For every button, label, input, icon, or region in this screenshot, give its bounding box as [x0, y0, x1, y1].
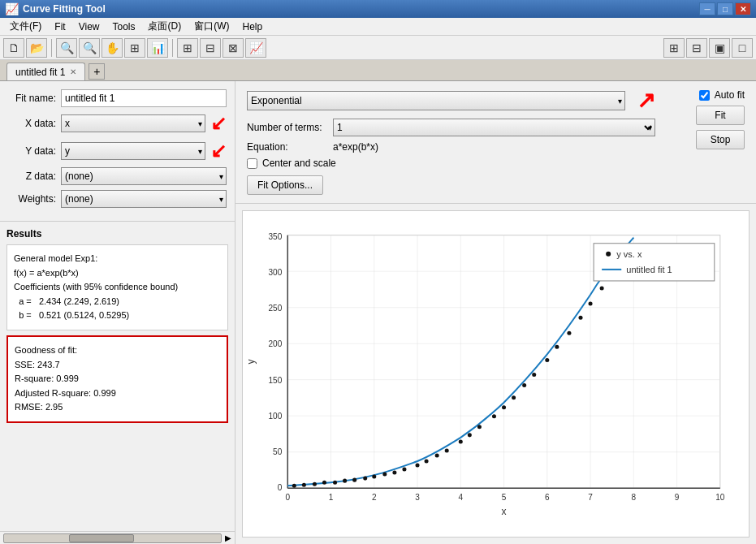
maximize-button[interactable]: □	[717, 2, 733, 15]
select-btn[interactable]: ⊞	[124, 38, 145, 58]
tab-untitled-fit-1[interactable]: untitled fit 1 ✕	[6, 63, 85, 80]
grid2-btn[interactable]: ⊟	[200, 38, 221, 58]
centerscale-checkbox[interactable]	[247, 158, 257, 169]
svg-text:0: 0	[278, 483, 283, 492]
svg-text:300: 300	[268, 268, 282, 277]
menu-desktop[interactable]: 桌面(D)	[141, 18, 188, 35]
scroll-right-btn[interactable]: ▶	[225, 533, 231, 542]
layout3-btn[interactable]: ▣	[709, 38, 730, 58]
svg-text:7: 7	[588, 493, 593, 502]
grid-btn[interactable]: ⊞	[177, 38, 198, 58]
equation-label: Equation:	[247, 141, 328, 153]
stop-button[interactable]: Stop	[696, 130, 745, 149]
layout2-btn[interactable]: ⊟	[686, 38, 707, 58]
fitname-input[interactable]	[61, 89, 227, 107]
svg-point-51	[402, 468, 406, 472]
svg-text:8: 8	[632, 493, 637, 502]
coef-a: a = 2.434 (2.249, 2.619)	[14, 295, 221, 309]
model-line1: General model Exp1:	[14, 252, 221, 266]
svg-text:6: 6	[545, 493, 550, 502]
open-btn[interactable]: 📂	[26, 38, 47, 58]
pan-btn[interactable]: ✋	[102, 38, 123, 58]
chart-area[interactable]: 0 50 100 150 200 250 300 350 0 1 2 3 4 5…	[242, 210, 750, 538]
svg-text:x: x	[502, 506, 507, 517]
menu-window[interactable]: 窗口(W)	[188, 18, 235, 35]
fitname-label: Fit name:	[8, 93, 61, 104]
tabs-bar: untitled fit 1 ✕ +	[0, 60, 756, 81]
tab-close-btn[interactable]: ✕	[70, 67, 76, 76]
svg-text:1: 1	[329, 493, 334, 502]
results-box: General model Exp1: f(x) = a*exp(b*x) Co…	[6, 244, 228, 330]
xdata-row: X data: x ↙	[8, 112, 227, 135]
menu-view[interactable]: View	[72, 19, 106, 34]
goodness-sse: SSE: 243.7	[15, 358, 220, 373]
svg-point-56	[459, 439, 463, 443]
plot-btn[interactable]: 📈	[245, 38, 266, 58]
layout4-btn[interactable]: □	[732, 38, 753, 58]
ydata-row: Y data: y ↙	[8, 140, 227, 162]
xdata-arrow: ↙	[210, 112, 227, 135]
ydata-arrow: ↙	[210, 140, 227, 162]
svg-point-41	[302, 483, 306, 487]
menu-file[interactable]: 文件(F)	[3, 18, 48, 35]
svg-text:3: 3	[415, 493, 420, 502]
fittype-arrow: ↗	[637, 89, 655, 112]
svg-text:250: 250	[268, 304, 282, 313]
svg-point-74	[606, 252, 611, 257]
toolbar-sep1	[51, 39, 52, 57]
fittype-select[interactable]: Exponential Linear Polynomial Gaussian	[247, 91, 625, 110]
xdata-select[interactable]: x	[61, 114, 205, 132]
coef-header: Coefficients (with 95% confidence bound)	[14, 280, 221, 295]
svg-text:50: 50	[273, 447, 283, 456]
close-button[interactable]: ✕	[735, 2, 751, 15]
chart-svg: 0 50 100 150 200 250 300 350 0 1 2 3 4 5…	[243, 211, 749, 537]
svg-point-47	[363, 477, 367, 481]
menu-fit[interactable]: Fit	[48, 19, 71, 34]
svg-text:untitled fit 1: untitled fit 1	[626, 265, 672, 274]
xdata-label: X data:	[8, 118, 61, 129]
weights-label: Weights:	[8, 193, 61, 205]
title-bar: 📈 Curve Fitting Tool ─ □ ✕	[0, 0, 756, 18]
fittype-row: Exponential Linear Polynomial Gaussian ↗	[247, 89, 655, 112]
menu-help[interactable]: Help	[235, 19, 269, 34]
goodness-title: Goodness of fit:	[15, 343, 220, 358]
svg-text:10: 10	[715, 493, 725, 502]
fitoptions-btn[interactable]: Fit Options...	[247, 175, 323, 195]
scrollbar-track[interactable]	[3, 533, 222, 543]
window-controls: ─ □ ✕	[699, 2, 751, 15]
terms-select[interactable]: 1 2	[333, 119, 655, 136]
zoom-in-btn[interactable]: 🔍	[56, 38, 77, 58]
minimize-button[interactable]: ─	[699, 2, 715, 15]
autofit-checkbox[interactable]	[699, 90, 710, 101]
toolbar-sep2	[172, 39, 173, 57]
tab-add-btn[interactable]: +	[89, 63, 105, 80]
svg-point-45	[343, 479, 347, 483]
svg-point-42	[313, 482, 317, 486]
layout1-btn[interactable]: ⊞	[663, 38, 685, 58]
svg-point-40	[292, 484, 296, 488]
grid3-btn[interactable]: ⊠	[222, 38, 244, 58]
ydata-select[interactable]: y	[61, 142, 205, 160]
terms-select-wrapper: 1 2	[333, 119, 655, 136]
fit-button[interactable]: Fit	[696, 106, 745, 125]
main-content: Fit name: X data: x ↙ Y data: y	[0, 81, 756, 544]
svg-text:9: 9	[675, 493, 680, 502]
ydata-select-wrapper: y	[61, 142, 205, 160]
right-config: Exponential Linear Polynomial Gaussian ↗…	[235, 81, 756, 204]
svg-point-65	[555, 345, 559, 349]
menu-tools[interactable]: Tools	[106, 19, 141, 34]
svg-text:0: 0	[285, 493, 290, 502]
svg-point-69	[600, 286, 604, 290]
zdata-select[interactable]: (none)	[61, 167, 227, 185]
zoom-out-btn[interactable]: 🔍	[79, 38, 100, 58]
svg-point-48	[372, 475, 376, 479]
autofit-row: Auto fit	[699, 89, 745, 101]
svg-point-43	[322, 481, 326, 485]
data-btn[interactable]: 📊	[147, 38, 168, 58]
new-btn[interactable]: 🗋	[3, 38, 24, 58]
left-panel: Fit name: X data: x ↙ Y data: y	[0, 81, 235, 544]
weights-select[interactable]: (none)	[61, 190, 227, 208]
config-area: Fit name: X data: x ↙ Y data: y	[0, 81, 235, 222]
scrollbar-thumb[interactable]	[69, 534, 134, 542]
tab-label: untitled fit 1	[15, 67, 65, 78]
